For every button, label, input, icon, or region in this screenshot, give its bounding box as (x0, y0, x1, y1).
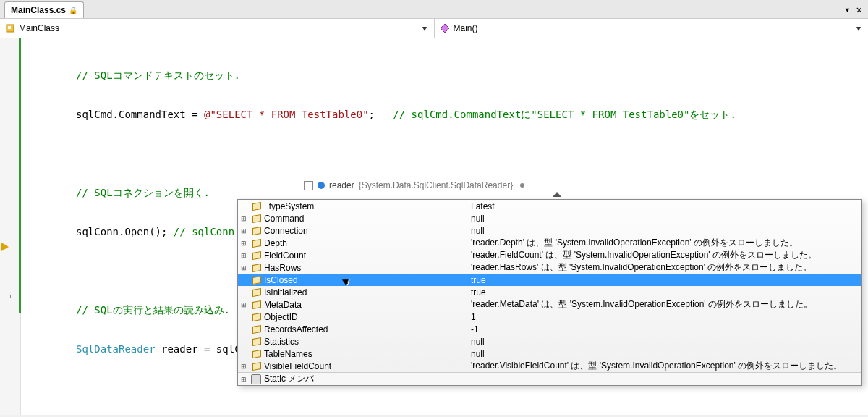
datatip-static-label: Static メンバ (263, 373, 467, 385)
property-icon (250, 264, 263, 272)
property-icon (250, 325, 263, 334)
tab-close-button[interactable]: ✕ (855, 4, 864, 15)
datatip-property-name: Statistics (263, 337, 467, 347)
code-text: sqlConn.Open(); (76, 226, 174, 237)
method-icon (439, 22, 451, 34)
lock-icon: 🔒 (69, 7, 77, 14)
datatip-row[interactable]: ⊞VisibleFieldCount'reader.VisibleFieldCo… (238, 360, 861, 372)
datatip-property-name: TableNames (263, 349, 467, 359)
property-icon (250, 202, 263, 211)
datatip-property-value: 'reader.Depth' は、型 'System.InvalidOperat… (467, 237, 861, 249)
datatip-property-name: HasRows (263, 263, 467, 273)
nav-row: MainClass ▾ Main() ▾ (0, 19, 868, 38)
code-comment: // SQLコマンドテキストのセット. (76, 70, 240, 81)
datatip-property-name: FieldCount (263, 250, 467, 261)
object-icon (318, 182, 325, 189)
outline-end-icon (10, 295, 15, 298)
code-comment: // sqlCmd.CommandTextに"SELECT * FROM Tes… (393, 109, 736, 120)
tab-menu-button[interactable]: ▾ (843, 4, 851, 15)
datatip-grid[interactable]: _typeSystemLatest⊞Commandnull⊞Connection… (237, 199, 862, 386)
datatip-property-name: _typeSystem (263, 201, 467, 211)
datatip-row[interactable]: ⊞HasRows'reader.HasRows' は、型 'System.Inv… (238, 261, 861, 274)
datatip-property-name: Command (263, 214, 467, 224)
property-icon (250, 214, 263, 223)
class-combo-label: MainClass (19, 23, 59, 33)
expand-toggle[interactable]: ⊞ (238, 215, 250, 222)
datatip-property-name: ObjectID (263, 312, 467, 322)
outline-bar (12, 38, 12, 313)
datatip-property-value: 'reader.MetaData' は、型 'System.InvalidOpe… (467, 298, 861, 311)
property-icon (250, 362, 263, 371)
property-icon (250, 239, 263, 248)
expand-toggle[interactable]: ⊞ (238, 240, 250, 247)
class-combo[interactable]: MainClass ▾ (0, 19, 435, 38)
expand-toggle[interactable]: ⊞ (238, 301, 250, 308)
code-text: sqlCmd.CommandText = (76, 109, 204, 120)
datatip-property-name: Depth (263, 238, 467, 248)
expand-toggle[interactable]: ⊞ (238, 227, 250, 235)
property-icon (250, 227, 263, 235)
property-icon (250, 300, 263, 309)
property-icon (250, 337, 263, 346)
datatip-property-value: null (467, 349, 861, 359)
datatip-row[interactable]: TableNamesnull (238, 348, 861, 360)
datatip-property-value: true (467, 287, 861, 298)
code-string: @"SELECT * FROM TestTable0" (204, 109, 369, 120)
datatip-row[interactable]: IsInitializedtrue (238, 286, 861, 298)
static-icon (250, 374, 263, 384)
property-icon (250, 251, 263, 260)
datatip-property-name: IsClosed (263, 275, 467, 285)
chevron-down-icon: ▾ (854, 23, 864, 33)
datatip-property-name: Connection (263, 226, 467, 236)
code-type: SqlDataReader (76, 343, 156, 355)
code-editor[interactable]: // SQLコマンドテキストのセット. sqlCmd.CommandText =… (0, 38, 868, 415)
datatip-property-name: IsInitialized (263, 287, 467, 298)
property-icon (250, 276, 263, 285)
svg-rect-1 (8, 26, 11, 29)
code-comment: // SQLの実行と結果の読み込み. (76, 304, 230, 316)
datatip-property-value: 'reader.VisibleFieldCount' は、型 'System.I… (467, 360, 861, 372)
svg-marker-2 (441, 24, 449, 33)
execution-pointer-icon (1, 243, 9, 251)
datatip-row[interactable]: ⊞MetaData'reader.MetaData' は、型 'System.I… (238, 298, 861, 311)
code-text: ; (369, 109, 393, 120)
datatip-row[interactable]: ⊞FieldCount'reader.FieldCount' は、型 'Syst… (238, 249, 861, 261)
collapse-icon[interactable]: − (304, 181, 313, 190)
expand-toggle[interactable]: ⊞ (238, 376, 250, 383)
code-comment: // SQLコネクションを開く. (76, 187, 210, 198)
datatip-row[interactable]: ⊞Connectionnull (238, 224, 861, 237)
datatip-row[interactable]: IsClosedtrue (238, 274, 861, 286)
datatip-row[interactable]: ⊞Depth'reader.Depth' は、型 'System.Invalid… (238, 237, 861, 249)
property-icon (250, 350, 263, 358)
datatip-property-name: RecordsAffected (263, 324, 467, 334)
datatip-property-value: Latest (467, 201, 861, 211)
property-icon (250, 313, 263, 321)
scroll-up-icon[interactable] (553, 192, 561, 197)
datatip-property-value: true (467, 275, 861, 285)
datatip-static-row[interactable]: ⊞Static メンバ (238, 372, 861, 385)
datatip-row[interactable]: RecordsAffected-1 (238, 323, 861, 335)
pin-icon[interactable] (520, 183, 524, 188)
datatip-row[interactable]: Statisticsnull (238, 335, 861, 348)
datatip-property-name: VisibleFieldCount (263, 361, 467, 371)
expand-toggle[interactable]: ⊞ (238, 252, 250, 259)
datatip-property-value: 1 (467, 312, 861, 322)
datatip-row[interactable]: _typeSystemLatest (238, 200, 861, 212)
expand-toggle[interactable]: ⊞ (238, 363, 250, 370)
file-tab-mainclass[interactable]: MainClass.cs 🔒 (4, 1, 84, 18)
datatip-row[interactable]: ⊞Commandnull (238, 212, 861, 224)
member-combo-label: Main() (454, 23, 478, 33)
datatip-property-value: null (467, 226, 861, 236)
member-combo[interactable]: Main() ▾ (435, 19, 869, 38)
datatip-header: − reader {System.Data.SqlClient.SqlDataR… (304, 180, 524, 190)
tab-strip: MainClass.cs 🔒 ▾ ✕ (0, 0, 868, 19)
expand-toggle[interactable]: ⊞ (238, 264, 250, 271)
editor-gutter (0, 38, 21, 415)
file-tab-label: MainClass.cs (11, 5, 66, 15)
datatip-property-value: 'reader.HasRows' は、型 'System.InvalidOper… (467, 261, 861, 274)
datatip-property-value: null (467, 337, 861, 347)
datatip-row[interactable]: ObjectID1 (238, 311, 861, 323)
class-icon (4, 22, 16, 34)
tab-right-controls: ▾ ✕ (843, 4, 868, 15)
datatip-property-value: 'reader.FieldCount' は、型 'System.InvalidO… (467, 249, 861, 261)
